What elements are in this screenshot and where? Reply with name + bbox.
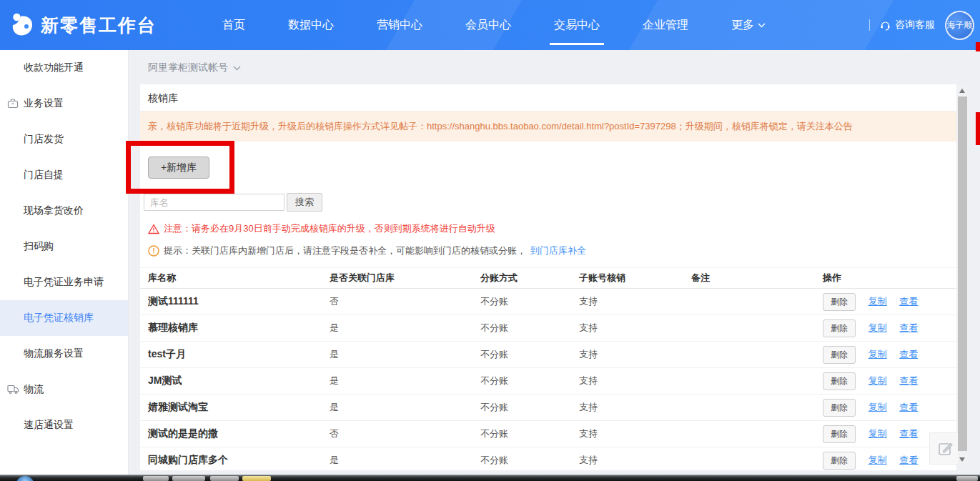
library-name: 婧雅测试淘宝 xyxy=(140,395,322,421)
taskbar-folder-button[interactable] xyxy=(242,476,271,481)
os-taskbar-sliver xyxy=(0,475,980,481)
linked-store-value: 是 xyxy=(322,447,472,471)
view-link[interactable]: 查看 xyxy=(899,402,918,412)
nav-item-更多[interactable]: 更多 xyxy=(716,0,781,50)
sidebar-item-业务设置[interactable]: 业务设置 xyxy=(0,86,128,122)
split-mode-value: 不分账 xyxy=(472,368,571,395)
subaccount-value: 支持 xyxy=(571,342,683,368)
sidebar-item-门店发货[interactable]: 门店发货 xyxy=(0,122,128,157)
table-row: 测试111111 否 不分账 支持 删除 复制 查看 xyxy=(140,289,956,315)
library-name: 测试的是是的撒 xyxy=(140,421,322,447)
add-library-button[interactable]: +新增库 xyxy=(148,157,209,179)
table-row: test子月 是 不分账 支持 删除 复制 查看 xyxy=(140,342,956,368)
sidebar-item-收款功能开通[interactable]: 收款功能开通 xyxy=(0,50,128,86)
scrollbar-thumb[interactable] xyxy=(958,96,967,451)
nav-item-企业管理[interactable]: 企业管理 xyxy=(627,0,704,50)
sidebar-item-物流服务设置[interactable]: 物流服务设置 xyxy=(0,336,128,372)
table-row: JM测试 是 不分账 支持 删除 复制 查看 xyxy=(140,368,956,395)
nav-item-label: 更多 xyxy=(731,0,754,50)
remark-value xyxy=(683,395,815,421)
account-selector[interactable]: 阿里掌柜测试帐号 xyxy=(148,61,241,74)
scroll-up-arrow[interactable] xyxy=(959,89,965,93)
scroll-down-arrow[interactable] xyxy=(959,457,965,462)
sidebar-item-物流[interactable]: 物流 xyxy=(0,372,128,407)
library-name-input[interactable] xyxy=(144,194,284,211)
library-name: test子月 xyxy=(140,342,322,368)
view-link[interactable]: 查看 xyxy=(899,296,918,307)
deadline-warning: 注意：请务必在9月30日前手动完成核销库的升级，否则到期系统将进行自动升级 xyxy=(148,222,956,235)
sidebar-item-门店自提[interactable]: 门店自提 xyxy=(0,157,128,193)
delete-button[interactable]: 删除 xyxy=(823,452,856,470)
search-button[interactable]: 搜索 xyxy=(287,193,322,212)
user-avatar[interactable]: 海子顺 xyxy=(945,11,974,40)
sidebar-item-扫码购[interactable]: 扫码购 xyxy=(0,229,128,264)
subaccount-value: 支持 xyxy=(571,315,683,342)
account-name: 阿里掌柜测试帐号 xyxy=(148,61,228,74)
view-link[interactable]: 查看 xyxy=(899,375,918,386)
headset-icon xyxy=(880,20,891,31)
library-name: 慕理核销库 xyxy=(140,315,322,342)
sidebar-item-速店通设置[interactable]: 速店通设置 xyxy=(0,407,128,443)
taskbar-window-button[interactable] xyxy=(210,476,239,481)
delete-button[interactable]: 删除 xyxy=(823,346,856,364)
copy-link[interactable]: 复制 xyxy=(868,349,887,359)
edge-red-marker-top xyxy=(976,42,980,51)
delete-button[interactable]: 删除 xyxy=(823,425,856,443)
view-link[interactable]: 查看 xyxy=(899,349,918,359)
subaccount-value: 支持 xyxy=(571,289,683,315)
main-panel: 核销库 亲，核销库功能将于近期升级，升级后的核销库操作方式详见帖子：https:… xyxy=(140,84,956,470)
app-title: 新零售工作台 xyxy=(41,14,157,37)
complete-store-fields-link[interactable]: 到门店库补全 xyxy=(530,244,586,257)
sidebar-item-电子凭证业务申请[interactable]: 电子凭证业务申请 xyxy=(0,264,128,300)
delete-button[interactable]: 删除 xyxy=(823,372,856,390)
top-navbar: 新零售工作台 首页数据中心营销中心会员中心交易中心企业管理更多 咨询客服 海子顺 xyxy=(0,0,980,50)
copy-link[interactable]: 复制 xyxy=(868,296,887,307)
delete-button[interactable]: 删除 xyxy=(823,319,856,337)
nav-item-会员中心[interactable]: 会员中心 xyxy=(450,0,527,50)
sidebar-item-label: 电子凭证核销库 xyxy=(24,312,94,324)
vertical-scrollbar[interactable] xyxy=(958,84,967,466)
sidebar-item-label: 物流服务设置 xyxy=(24,347,84,360)
page-title: 核销库 xyxy=(140,84,956,111)
taskbar-window-button[interactable] xyxy=(172,476,205,481)
feedback-edit-button[interactable] xyxy=(929,432,961,465)
col-header-remark: 备注 xyxy=(683,268,815,289)
sidebar-item-label: 现场拿货改价 xyxy=(24,204,84,217)
linked-store-value: 否 xyxy=(322,289,472,315)
view-link[interactable]: 查看 xyxy=(899,455,918,465)
delete-button[interactable]: 删除 xyxy=(823,399,856,417)
nav-item-营销中心[interactable]: 营销中心 xyxy=(361,0,438,50)
taskbar-window-button[interactable] xyxy=(143,476,169,481)
sidebar-item-电子凭证核销库[interactable]: 电子凭证核销库 xyxy=(0,300,128,336)
app-logo[interactable]: 新零售工作台 xyxy=(11,12,157,38)
nav-item-交易中心[interactable]: 交易中心 xyxy=(538,0,615,50)
copy-link[interactable]: 复制 xyxy=(868,375,887,386)
subaccount-value: 支持 xyxy=(571,421,683,447)
col-header-subaccount: 子账号核销 xyxy=(571,268,683,289)
copy-link[interactable]: 复制 xyxy=(868,455,887,465)
copy-link[interactable]: 复制 xyxy=(868,322,887,333)
col-header-name: 库名称 xyxy=(140,268,322,289)
delete-button[interactable]: 删除 xyxy=(823,293,856,311)
sidebar-item-label: 收款功能开通 xyxy=(24,61,84,74)
nav-item-数据中心[interactable]: 数据中心 xyxy=(272,0,350,50)
col-header-actions: 操作 xyxy=(815,268,956,289)
nav-item-首页[interactable]: 首页 xyxy=(207,0,261,50)
split-mode-value: 不分账 xyxy=(472,447,571,471)
linked-store-value: 是 xyxy=(322,342,472,368)
taskbar-window-button[interactable] xyxy=(956,476,978,481)
subaccount-value: 支持 xyxy=(571,395,683,421)
start-orb[interactable] xyxy=(16,476,34,481)
copy-link[interactable]: 复制 xyxy=(868,428,887,439)
copy-link[interactable]: 复制 xyxy=(868,402,887,412)
table-row: 测试的是是的撒 否 不分账 支持 删除 复制 查看 xyxy=(140,421,956,447)
briefcase-icon xyxy=(7,98,19,109)
remark-value xyxy=(683,421,815,447)
view-link[interactable]: 查看 xyxy=(899,322,918,333)
edge-red-marker xyxy=(976,112,980,145)
sidebar-item-label: 速店通设置 xyxy=(24,419,74,432)
sidebar-item-现场拿货改价[interactable]: 现场拿货改价 xyxy=(0,193,128,229)
split-mode-value: 不分账 xyxy=(472,342,571,368)
customer-service-button[interactable]: 咨询客服 xyxy=(880,19,935,31)
view-link[interactable]: 查看 xyxy=(899,428,918,439)
